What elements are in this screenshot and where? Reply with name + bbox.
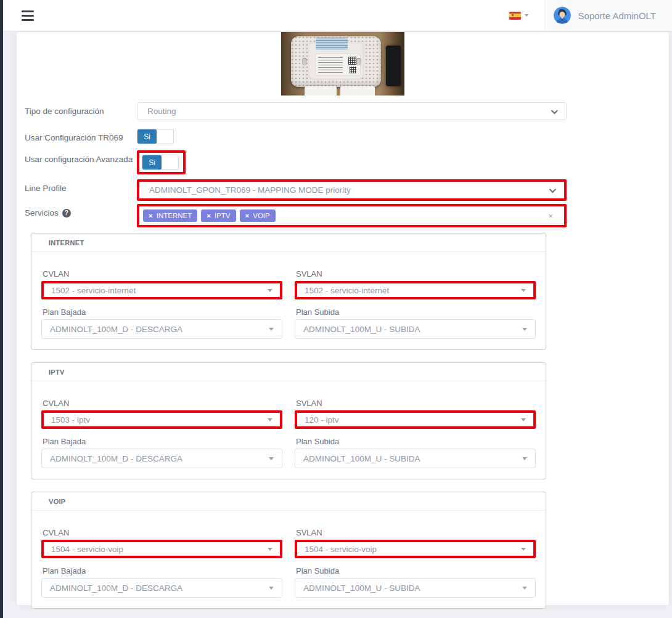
tr069-label: Usar Configuración TR069 [25,129,137,142]
row-tipo-configuracion: Tipo de configuración Routing [25,102,567,120]
tr069-toggle-value: Si [137,129,157,144]
line-profile-value: ADMINOLT_GPON_TR069 - MAPPING MODE prior… [149,185,351,195]
remove-tag-icon[interactable]: × [149,212,153,219]
cvlan-select[interactable]: 1503 - iptv [44,413,280,426]
spain-flag-icon [509,12,521,20]
row-avanzada: Usar configuración Avanzada Si [25,150,567,174]
avanzada-label: Usar configuración Avanzada [25,150,137,164]
plan-bajada-select[interactable]: ADMINOLT_100M_D - DESCARGA [41,578,282,598]
servicios-label: Servicios ? [25,204,137,218]
plan-subida-select[interactable]: ADMINOLT_100M_U - SUBIDA [295,449,536,468]
configuration-card: Tipo de configuración Routing Usar Confi… [17,32,669,605]
help-icon[interactable]: ? [62,209,71,218]
cvlan-label: CVLAN [43,399,282,408]
row-tr069: Usar Configuración TR069 Si [25,129,567,144]
top-navbar: Soporte AdminOLT [3,0,672,31]
avanzada-highlight-box: Si [137,150,186,174]
select-caret-icon [269,457,274,460]
cvlan-label: CVLAN [43,528,282,537]
select-caret-icon [268,289,272,292]
svlan-label: SVLAN [296,528,536,537]
avanzada-toggle-value: Si [142,155,162,169]
select-caret-icon [269,328,274,331]
tag-internet[interactable]: × INTERNET [143,209,197,222]
remove-tag-icon[interactable]: × [245,212,250,219]
cvlan-highlight-box: 1503 - iptv [41,410,282,429]
tipo-configuracion-value: Routing [147,107,176,116]
sidebar-collapsed-strip [0,0,3,618]
user-avatar [554,7,571,24]
select-caret-icon [268,418,272,421]
tag-iptv[interactable]: × IPTV [201,209,236,222]
user-name: Soporte AdminOLT [578,10,656,21]
select-caret-icon [522,457,527,460]
svlan-highlight-box: 120 - iptv [295,410,536,429]
section-voip: VOIP CVLAN 1504 - servicio-voip SVLAN [31,492,546,609]
cvlan-highlight-box: 1504 - servicio-voip [41,540,282,558]
section-title: VOIP [31,492,546,511]
chevron-down-icon [549,185,556,192]
chevron-down-icon [525,14,528,17]
row-servicios: Servicios ? × INTERNET × IPTV [25,204,567,227]
onu-device-photo [281,32,404,96]
svlan-select[interactable]: 120 - iptv [297,413,533,426]
section-title: IPTV [31,363,546,381]
tag-voip[interactable]: × VOIP [240,209,276,222]
plan-bajada-label: Plan Bajada [43,437,282,446]
row-line-profile: Line Profile ADMINOLT_GPON_TR069 - MAPPI… [25,179,567,201]
tipo-configuracion-label: Tipo de configuración [25,102,137,116]
select-caret-icon [521,418,526,421]
language-dropdown[interactable] [509,12,528,20]
avanzada-toggle[interactable]: Si [142,155,179,170]
cvlan-label: CVLAN [43,269,282,279]
plan-bajada-label: Plan Bajada [43,307,282,317]
plan-subida-label: Plan Subida [296,437,536,446]
user-menu[interactable]: Soporte AdminOLT [544,0,672,31]
chevron-down-icon [551,107,558,113]
svlan-highlight-box: 1504 - servicio-voip [295,540,536,558]
section-title: INTERNET [31,234,546,252]
cvlan-select[interactable]: 1502 - servicio-internet [44,283,280,297]
plan-subida-select[interactable]: ADMINOLT_100M_U - SUBIDA [295,578,536,598]
plan-subida-select[interactable]: ADMINOLT_100M_U - SUBIDA [295,319,536,339]
select-caret-icon [521,289,526,292]
clear-selection-icon[interactable]: × [548,211,553,221]
svlan-select[interactable]: 1504 - servicio-voip [297,542,533,556]
cvlan-highlight-box: 1502 - servicio-internet [41,281,282,299]
select-caret-icon [269,587,274,590]
select-caret-icon [522,328,527,331]
plan-bajada-select[interactable]: ADMINOLT_100M_D - DESCARGA [41,449,282,468]
line-profile-select[interactable]: ADMINOLT_GPON_TR069 - MAPPING MODE prior… [139,182,564,198]
plan-subida-label: Plan Subida [296,566,536,575]
svlan-highlight-box: 1502 - servicio-internet [295,281,536,299]
cvlan-select[interactable]: 1504 - servicio-voip [44,542,280,556]
tipo-configuracion-select[interactable]: Routing [137,102,567,120]
plan-subida-label: Plan Subida [296,307,536,317]
tr069-toggle[interactable]: Si [137,129,174,144]
section-iptv: IPTV CVLAN 1503 - iptv SVLAN [31,362,546,479]
remove-tag-icon[interactable]: × [207,212,211,219]
select-caret-icon [521,548,526,551]
svlan-label: SVLAN [296,399,536,408]
section-internet: INTERNET CVLAN 1502 - servicio-internet [31,233,546,350]
servicios-multiselect[interactable]: × INTERNET × IPTV × VOIP × [139,206,564,225]
plan-bajada-select[interactable]: ADMINOLT_100M_D - DESCARGA [41,319,282,339]
menu-icon[interactable] [22,10,34,21]
select-caret-icon [522,587,527,590]
servicios-highlight-box: × INTERNET × IPTV × VOIP × [137,204,567,227]
svlan-label: SVLAN [296,269,536,279]
select-caret-icon [268,548,272,551]
plan-bajada-label: Plan Bajada [43,566,282,575]
line-profile-highlight-box: ADMINOLT_GPON_TR069 - MAPPING MODE prior… [137,179,567,201]
line-profile-label: Line Profile [25,179,137,193]
svlan-select[interactable]: 1502 - servicio-internet [297,283,533,297]
